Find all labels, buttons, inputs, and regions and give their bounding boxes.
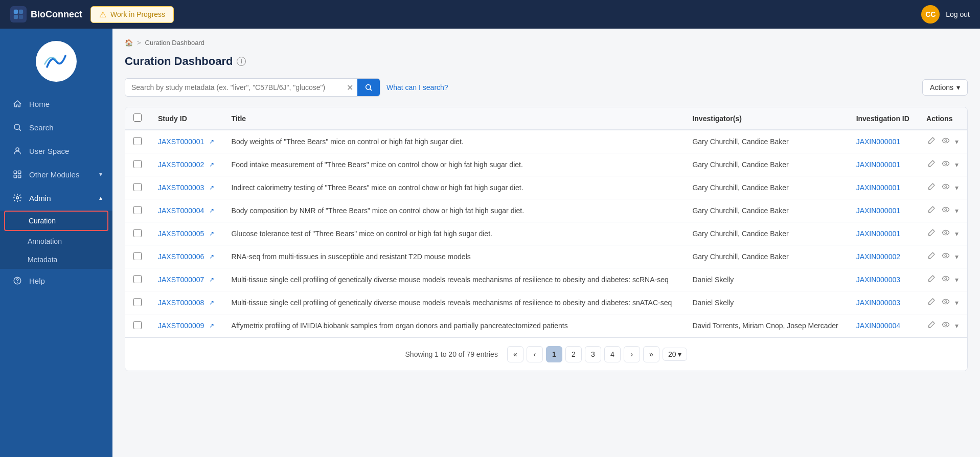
sidebar-subitem-annotation[interactable]: Annotation (0, 232, 112, 250)
investigation-id-link-4[interactable]: JAXIN000001 (856, 230, 900, 238)
page-2-button[interactable]: 2 (565, 346, 582, 362)
sidebar-item-other-modules-label: Other Modules (29, 170, 93, 179)
page-4-button[interactable]: 4 (604, 346, 621, 362)
sidebar-subitem-metadata[interactable]: Metadata (0, 250, 112, 269)
row-expand-button-5[interactable]: ▾ (955, 253, 959, 261)
row-checkbox-0[interactable] (133, 137, 142, 145)
info-icon[interactable]: i (237, 57, 246, 66)
investigation-id-cell-6: JAXIN000003 (848, 268, 918, 291)
first-page-button[interactable]: « (507, 346, 523, 362)
row-checkbox-1[interactable] (133, 160, 142, 168)
sidebar-item-search[interactable]: Search (0, 116, 112, 139)
external-link-icon-3[interactable]: ↗ (209, 207, 214, 214)
edit-button-8[interactable] (926, 319, 937, 332)
row-checkbox-2[interactable] (133, 183, 142, 191)
search-submit-button[interactable] (357, 79, 380, 96)
breadcrumb-current: Curation Dashboard (145, 39, 204, 47)
row-checkbox-5[interactable] (133, 252, 142, 260)
logout-button[interactable]: Log out (946, 10, 970, 18)
row-expand-button-0[interactable]: ▾ (955, 138, 959, 146)
actions-cell-4: ▾ (918, 222, 967, 245)
row-expand-button-1[interactable]: ▾ (955, 161, 959, 169)
prev-page-button[interactable]: ‹ (527, 346, 543, 362)
row-checkbox-7[interactable] (133, 298, 142, 306)
external-link-icon-5[interactable]: ↗ (209, 253, 214, 260)
next-page-button[interactable]: › (624, 346, 640, 362)
row-expand-button-4[interactable]: ▾ (955, 230, 959, 238)
study-id-link-4[interactable]: JAXST000005 (158, 230, 204, 238)
external-link-icon-6[interactable]: ↗ (209, 276, 214, 283)
study-id-link-1[interactable]: JAXST000002 (158, 161, 204, 169)
view-button-5[interactable] (941, 250, 951, 263)
svg-point-5 (16, 148, 19, 151)
row-checkbox-6[interactable] (133, 275, 142, 283)
sidebar-item-admin[interactable]: Admin ▴ (0, 186, 112, 210)
view-button-8[interactable] (941, 319, 951, 332)
view-button-4[interactable] (941, 227, 951, 240)
table-row: JAXST000002 ↗ Food intake measurement of… (125, 153, 967, 176)
row-checkbox-8[interactable] (133, 321, 142, 329)
study-id-link-8[interactable]: JAXST000009 (158, 322, 204, 330)
study-id-link-0[interactable]: JAXST000001 (158, 138, 204, 146)
edit-button-6[interactable] (926, 273, 937, 286)
page-3-button[interactable]: 3 (585, 346, 601, 362)
sidebar-item-home[interactable]: Home (0, 92, 112, 116)
edit-button-0[interactable] (926, 135, 937, 148)
select-all-col (125, 107, 150, 130)
investigation-id-link-0[interactable]: JAXIN000001 (856, 138, 900, 146)
what-can-i-search-link[interactable]: What can I search? (386, 83, 448, 92)
search-input[interactable] (125, 79, 343, 96)
page-size-selector[interactable]: 20 ▾ (663, 348, 688, 361)
external-link-icon-4[interactable]: ↗ (209, 230, 214, 237)
external-link-icon-0[interactable]: ↗ (209, 138, 214, 145)
edit-button-7[interactable] (926, 296, 937, 309)
sidebar-subitem-curation[interactable]: Curation (4, 211, 108, 231)
view-button-1[interactable] (941, 158, 951, 171)
sidebar-item-help[interactable]: Help (0, 269, 112, 292)
row-expand-button-2[interactable]: ▾ (955, 184, 959, 192)
investigation-id-link-3[interactable]: JAXIN000001 (856, 207, 900, 215)
sidebar-item-other-modules[interactable]: Other Modules ▾ (0, 163, 112, 186)
col-title: Title (223, 107, 685, 130)
edit-button-5[interactable] (926, 250, 937, 263)
edit-button-4[interactable] (926, 227, 937, 240)
actions-button[interactable]: Actions ▾ (922, 79, 968, 96)
view-button-7[interactable] (941, 296, 951, 309)
edit-button-1[interactable] (926, 158, 937, 171)
search-clear-button[interactable]: ✕ (343, 83, 357, 93)
row-checkbox-3[interactable] (133, 206, 142, 214)
study-id-link-5[interactable]: JAXST000006 (158, 253, 204, 261)
view-button-0[interactable] (941, 135, 951, 148)
work-in-progress-button[interactable]: ⚠ Work in Progress (90, 6, 174, 23)
edit-button-2[interactable] (926, 181, 937, 194)
investigation-id-link-6[interactable]: JAXIN000003 (856, 276, 900, 284)
row-expand-button-3[interactable]: ▾ (955, 207, 959, 215)
investigation-id-link-8[interactable]: JAXIN000004 (856, 322, 900, 330)
external-link-icon-7[interactable]: ↗ (209, 299, 214, 306)
view-button-6[interactable] (941, 273, 951, 286)
last-page-button[interactable]: » (643, 346, 659, 362)
row-checkbox-4[interactable] (133, 229, 142, 237)
sidebar-item-user-space[interactable]: User Space (0, 139, 112, 163)
investigation-id-link-1[interactable]: JAXIN000001 (856, 161, 900, 169)
investigation-id-link-7[interactable]: JAXIN000003 (856, 299, 900, 307)
view-button-3[interactable] (941, 204, 951, 217)
edit-button-3[interactable] (926, 204, 937, 217)
investigation-id-link-2[interactable]: JAXIN000001 (856, 184, 900, 192)
title-cell-7: Multi-tissue single cell profiling of ge… (223, 291, 685, 314)
row-expand-button-7[interactable]: ▾ (955, 299, 959, 307)
external-link-icon-1[interactable]: ↗ (209, 161, 214, 168)
external-link-icon-8[interactable]: ↗ (209, 322, 214, 329)
study-id-link-3[interactable]: JAXST000004 (158, 207, 204, 215)
study-id-link-2[interactable]: JAXST000003 (158, 184, 204, 192)
view-button-2[interactable] (941, 181, 951, 194)
external-link-icon-2[interactable]: ↗ (209, 184, 214, 191)
row-expand-button-6[interactable]: ▾ (955, 276, 959, 284)
row-expand-button-8[interactable]: ▾ (955, 322, 959, 330)
study-id-link-6[interactable]: JAXST000007 (158, 276, 204, 284)
svg-rect-0 (14, 10, 18, 14)
investigation-id-link-5[interactable]: JAXIN000002 (856, 253, 900, 261)
select-all-checkbox[interactable] (133, 113, 142, 122)
study-id-link-7[interactable]: JAXST000008 (158, 299, 204, 307)
page-1-button[interactable]: 1 (546, 346, 562, 362)
